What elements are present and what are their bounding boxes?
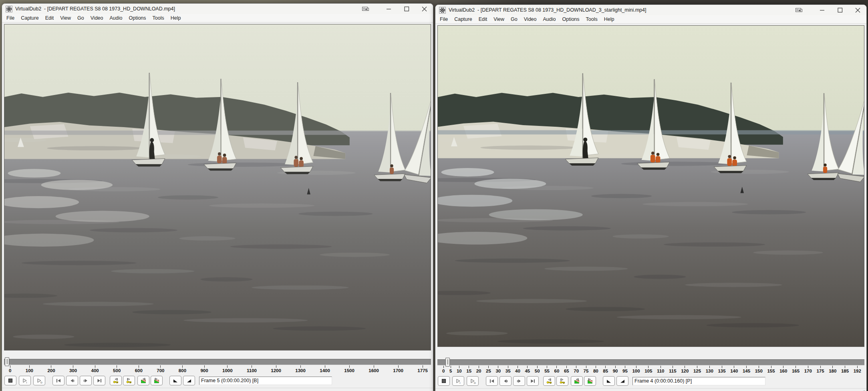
menu-go[interactable]: Go — [508, 16, 521, 23]
timeline-groove[interactable] — [4, 359, 431, 365]
menu-tools[interactable]: Tools — [149, 14, 167, 22]
timeline-ticks: 0100200300400500600700800900100011001200… — [4, 365, 431, 373]
timeline-tick: 125 — [693, 366, 701, 374]
svg-text:O: O — [474, 381, 476, 384]
key-next-button[interactable] — [556, 376, 568, 386]
timeline-tick: 35 — [505, 366, 511, 374]
menu-file[interactable]: File — [437, 16, 451, 23]
play-preview-button[interactable]: O — [467, 376, 479, 386]
timeline-tick: 105 — [644, 366, 652, 374]
stop-button[interactable] — [4, 376, 16, 385]
stop-button[interactable] — [438, 376, 450, 386]
frame-status-field: Frame 5 (0:00:00.200) [B] — [199, 377, 332, 385]
key-next-button[interactable] — [123, 376, 135, 385]
timeline-tick: 50 — [535, 366, 540, 374]
menu-audio[interactable]: Audio — [107, 14, 126, 22]
minimize-button[interactable] — [380, 4, 398, 14]
go-end-button[interactable] — [527, 376, 539, 386]
frame-back-button[interactable] — [499, 376, 512, 386]
menu-go[interactable]: Go — [74, 14, 87, 22]
timeline-groove[interactable] — [437, 359, 864, 365]
minimize-button[interactable] — [814, 5, 831, 15]
menubar-left: File Capture Edit View Go Video Audio Op… — [2, 14, 433, 22]
titlebar-left[interactable]: VirtualDub2 - [DEPART REGATES S8 08 1973… — [2, 4, 433, 14]
play-button[interactable]: I — [452, 376, 464, 386]
frame-forward-button[interactable] — [80, 376, 92, 385]
timeline-tick: 120 — [681, 366, 689, 374]
menu-video[interactable]: Video — [521, 16, 540, 23]
window-bottom-strip — [435, 388, 866, 391]
scene-forward-button[interactable] — [151, 376, 163, 385]
maximize-button[interactable] — [398, 4, 415, 14]
menu-tools[interactable]: Tools — [583, 16, 601, 23]
window-title-left: VirtualDub2 - [DEPART REGATES S8 08 1973… — [15, 6, 359, 12]
timeline-tick: 60 — [554, 366, 560, 374]
go-start-button[interactable] — [52, 376, 64, 385]
scene-forward-button[interactable] — [584, 376, 596, 386]
window-bottom-strip — [2, 388, 433, 391]
timeline-tick: 45 — [525, 366, 530, 374]
menu-help[interactable]: Help — [167, 14, 184, 22]
menu-view[interactable]: View — [57, 14, 74, 22]
scene-reverse-button[interactable] — [137, 376, 149, 385]
menu-view[interactable]: View — [490, 16, 508, 23]
timeline-tick: 10 — [457, 366, 462, 374]
key-previous-button[interactable] — [543, 376, 555, 386]
close-button[interactable] — [849, 5, 866, 15]
key-previous-button[interactable] — [110, 376, 122, 385]
menu-options[interactable]: Options — [559, 16, 582, 23]
timeline-trackbar-left[interactable]: 0100200300400500600700800900100011001200… — [4, 359, 431, 373]
timeline-tick: 185 — [841, 366, 849, 374]
frame-back-button[interactable] — [66, 376, 78, 385]
window-title-right: VirtualDub2 - [DEPART REGATES S8 08 1973… — [449, 7, 793, 13]
menu-capture[interactable]: Capture — [451, 16, 475, 23]
mark-out-button[interactable] — [616, 376, 628, 386]
go-start-button[interactable] — [486, 376, 498, 386]
play-button[interactable]: I — [19, 376, 31, 385]
timeline-tick: 1600 — [369, 365, 379, 373]
menu-edit[interactable]: Edit — [42, 14, 57, 22]
timeline-tick: 160 — [779, 366, 787, 374]
menu-options[interactable]: Options — [125, 14, 149, 22]
play-preview-button[interactable]: O — [33, 376, 45, 385]
video-display-left — [4, 24, 431, 350]
timeline-tick: 100 — [632, 366, 640, 374]
screen: VirtualDub2 - [DEPART REGATES S8 08 1973… — [0, 0, 868, 391]
timeline-thumb[interactable] — [5, 357, 9, 366]
video-display-right — [437, 25, 864, 347]
timeline-tick: 0 — [442, 366, 445, 374]
timeline-tick: 170 — [804, 366, 812, 374]
menu-edit[interactable]: Edit — [475, 16, 491, 23]
frame-forward-button[interactable] — [513, 376, 525, 386]
menu-video[interactable]: Video — [87, 14, 107, 22]
keyboard-icon[interactable] — [359, 4, 371, 14]
timeline-tick: 20 — [476, 366, 481, 374]
timeline-tick: 80 — [593, 366, 598, 374]
timeline-tick: 192 — [854, 366, 861, 374]
timeline-tick: 55 — [544, 366, 550, 374]
mark-out-button[interactable] — [183, 376, 195, 385]
close-button[interactable] — [415, 4, 433, 14]
maximize-button[interactable] — [831, 5, 849, 15]
menu-capture[interactable]: Capture — [18, 14, 42, 22]
timeline-tick: 145 — [743, 366, 750, 374]
timeline-tick: 1700 — [393, 365, 403, 373]
menu-help[interactable]: Help — [601, 16, 618, 23]
timeline-tick: 40 — [515, 366, 520, 374]
playback-controls-right: IO Frame 4 (0:00:00.160) [P] — [437, 376, 864, 386]
scene-reverse-button[interactable] — [571, 376, 583, 386]
menu-audio[interactable]: Audio — [540, 16, 559, 23]
titlebar-right[interactable]: VirtualDub2 - [DEPART REGATES S8 08 1973… — [435, 5, 866, 15]
keyboard-icon[interactable] — [793, 5, 805, 15]
go-end-button[interactable] — [93, 376, 105, 385]
timeline-tick: 175 — [816, 366, 824, 374]
virtualdub-gear-icon — [439, 7, 446, 14]
mark-in-button[interactable] — [169, 376, 181, 385]
menu-file[interactable]: File — [3, 14, 18, 22]
timeline-trackbar-right[interactable]: 0510152025303540455055606570758085909510… — [437, 359, 864, 374]
mark-in-button[interactable] — [603, 376, 615, 386]
frame-status-field: Frame 4 (0:00:00.160) [P] — [632, 377, 765, 385]
timeline-tick: 1400 — [320, 365, 330, 373]
timeline-tick: 135 — [718, 366, 725, 374]
timeline-thumb[interactable] — [445, 358, 450, 367]
